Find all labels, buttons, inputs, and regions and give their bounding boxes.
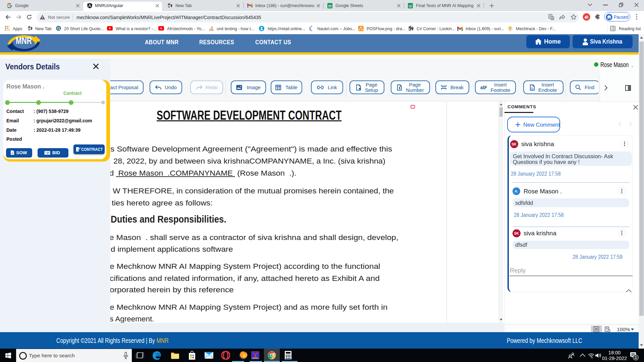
svg-text:B: B <box>586 15 588 19</box>
svg-text:[ii]: [ii] <box>531 87 533 90</box>
svg-text:MNR: MNR <box>16 35 32 46</box>
svg-text:ab: ab <box>480 85 486 90</box>
